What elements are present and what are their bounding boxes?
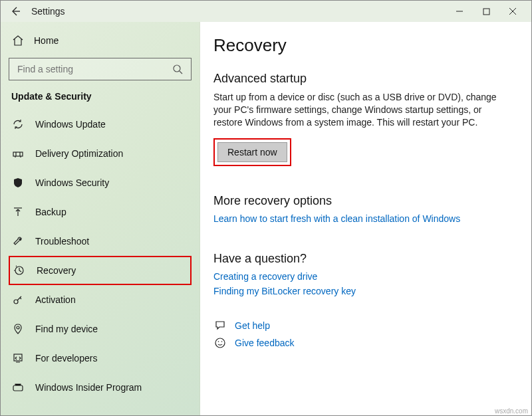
minimize-icon	[456, 7, 464, 15]
sidebar-home[interactable]: Home	[9, 27, 192, 54]
have-a-question-heading: Have a question?	[213, 252, 513, 266]
sidebar-item-label: Recovery	[37, 265, 76, 276]
give-feedback-row: Give feedback	[213, 336, 513, 350]
recovery-drive-link[interactable]: Creating a recovery drive	[213, 271, 513, 282]
sidebar-item-label: Delivery Optimization	[35, 148, 123, 159]
key-icon	[11, 293, 25, 306]
sidebar-item-label: Troubleshoot	[35, 236, 89, 247]
page-title: Recovery	[213, 35, 513, 56]
svg-rect-6	[14, 354, 22, 361]
sync-icon	[11, 118, 25, 131]
home-icon	[11, 34, 25, 47]
search-icon	[171, 62, 184, 76]
location-icon	[11, 322, 25, 336]
svg-rect-0	[483, 9, 489, 15]
back-button[interactable]	[9, 5, 22, 18]
sidebar-item-windows-security[interactable]: Windows Security	[9, 168, 192, 197]
backup-icon	[11, 205, 25, 219]
sidebar-item-troubleshoot[interactable]: Troubleshoot	[9, 227, 192, 256]
give-feedback-link[interactable]: Give feedback	[235, 338, 295, 348]
bitlocker-key-link[interactable]: Finding my BitLocker recovery key	[213, 286, 513, 296]
sidebar-item-label: Activation	[35, 294, 76, 305]
svg-rect-7	[13, 385, 23, 391]
advanced-startup-description: Start up from a device or disc (such as …	[213, 91, 513, 129]
delivery-icon	[11, 147, 25, 160]
search-input[interactable]	[16, 63, 171, 75]
svg-point-1	[174, 65, 180, 72]
watermark: wsxdn.com	[495, 407, 528, 415]
sidebar-item-activation[interactable]: Activation	[9, 285, 192, 314]
sidebar-item-delivery-optimization[interactable]: Delivery Optimization	[9, 139, 192, 168]
svg-rect-2	[13, 152, 23, 156]
sidebar-item-label: Windows Insider Program	[35, 382, 142, 393]
svg-point-9	[218, 341, 219, 342]
maximize-icon	[483, 8, 490, 15]
svg-point-10	[221, 341, 223, 342]
sidebar-item-label: Windows Security	[35, 177, 109, 188]
advanced-startup-heading: Advanced startup	[213, 72, 513, 86]
get-help-link[interactable]: Get help	[235, 320, 270, 331]
developer-icon	[11, 352, 25, 365]
feedback-icon	[213, 336, 227, 350]
more-recovery-heading: More recovery options	[213, 194, 513, 208]
recovery-icon	[13, 264, 26, 277]
svg-point-8	[215, 338, 225, 348]
insider-icon	[11, 381, 25, 394]
titlebar: Settings	[1, 1, 531, 22]
window-title: Settings	[31, 6, 65, 17]
sidebar-item-windows-update[interactable]: Windows Update	[9, 110, 192, 139]
search-box[interactable]	[9, 58, 192, 80]
sidebar-item-label: Backup	[35, 207, 66, 217]
sidebar-home-label: Home	[34, 35, 59, 46]
maximize-button[interactable]	[473, 2, 499, 21]
sidebar-item-label: Find my device	[35, 324, 98, 334]
get-help-row: Get help	[213, 319, 513, 332]
sidebar-item-backup[interactable]: Backup	[9, 197, 192, 227]
minimize-button[interactable]	[446, 2, 473, 21]
sidebar-item-for-developers[interactable]: For developers	[9, 344, 192, 373]
sidebar-item-find-my-device[interactable]: Find my device	[9, 314, 192, 344]
sidebar-item-windows-insider[interactable]: Windows Insider Program	[9, 373, 192, 402]
fresh-install-link[interactable]: Learn how to start fresh with a clean in…	[213, 213, 513, 224]
sidebar: Home Update & Security Windows Update De…	[1, 22, 200, 415]
sidebar-section-title: Update & Security	[11, 91, 192, 102]
chat-icon	[213, 319, 227, 332]
restart-button-highlight: Restart now	[213, 138, 291, 166]
restart-now-button[interactable]: Restart now	[217, 142, 287, 162]
main-content: Recovery Advanced startup Start up from …	[200, 22, 531, 415]
close-button[interactable]	[499, 2, 526, 21]
svg-point-5	[17, 326, 19, 329]
back-arrow-icon	[10, 6, 21, 17]
wrench-icon	[11, 235, 25, 248]
sidebar-item-label: For developers	[35, 353, 97, 364]
close-icon	[509, 7, 517, 15]
sidebar-item-label: Windows Update	[35, 119, 106, 130]
sidebar-item-recovery[interactable]: Recovery	[9, 256, 192, 285]
shield-icon	[11, 176, 25, 189]
